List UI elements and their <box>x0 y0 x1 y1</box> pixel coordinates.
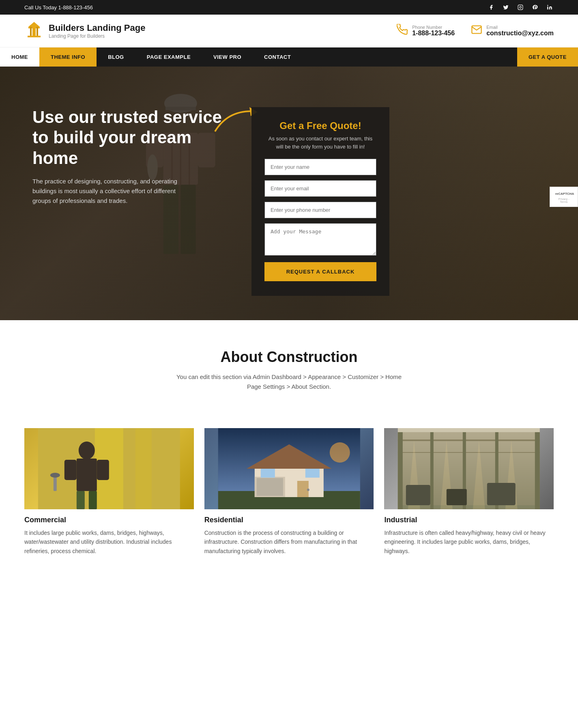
nav-item-get-quote[interactable]: GET A QUOTE <box>517 47 578 67</box>
header: Builders Landing Page Landing Page for B… <box>0 15 578 47</box>
hero-content: Use our trusted service to build your dr… <box>0 67 578 320</box>
service-card-commercial: Commercial It includes large public work… <box>24 428 194 556</box>
name-input[interactable] <box>264 159 376 175</box>
svg-rect-30 <box>97 460 109 480</box>
email-address: constructio@xyz.com <box>486 30 554 37</box>
top-bar-phone: Call Us Today 1-888-123-456 <box>24 4 93 11</box>
svg-rect-43 <box>305 469 320 478</box>
phone-contact: Phone Number 1-888-123-456 <box>397 24 455 38</box>
svg-rect-31 <box>54 477 57 491</box>
quote-form-title: Get a Free Quote! <box>264 120 376 131</box>
about-heading: About Construction <box>24 349 554 366</box>
hero-heading: Use our trusted service to build your dr… <box>32 107 235 168</box>
svg-point-32 <box>50 473 60 478</box>
nav-item-blog[interactable]: BLOG <box>97 47 135 67</box>
header-contacts: Phone Number 1-888-123-456 Email constru… <box>397 24 554 38</box>
service-desc-residential: Construction is the process of construct… <box>204 528 374 556</box>
service-title-residential: Residential <box>204 516 374 524</box>
svg-rect-6 <box>37 25 38 37</box>
nav-item-contact[interactable]: CONTACT <box>253 47 302 67</box>
email-label: Email <box>486 25 554 30</box>
nav-item-page-example[interactable]: PAGE EXAMPLE <box>135 47 202 67</box>
social-links <box>487 3 554 11</box>
svg-point-25 <box>79 442 95 459</box>
svg-point-41 <box>307 489 309 491</box>
facebook-icon[interactable] <box>487 3 495 11</box>
nav-item-home[interactable]: HOME <box>0 47 39 67</box>
top-bar: Call Us Today 1-888-123-456 <box>0 0 578 15</box>
main-nav: HOME THEME INFO BLOG PAGE EXAMPLE VIEW P… <box>0 47 578 67</box>
svg-rect-39 <box>257 478 283 496</box>
svg-rect-29 <box>64 460 77 480</box>
logo-title: Builders Landing Page <box>49 23 145 33</box>
quote-form-subtitle: As soon as you contact our expert team, … <box>264 135 376 151</box>
svg-rect-40 <box>297 481 309 497</box>
quote-form-container: Get a Free Quote! As soon as you contact… <box>251 107 389 296</box>
svg-rect-60 <box>487 483 516 505</box>
service-card-residential: Residential Construction is the process … <box>204 428 374 556</box>
twitter-icon[interactable] <box>502 3 510 11</box>
svg-rect-58 <box>406 485 430 505</box>
svg-point-44 <box>330 442 350 463</box>
about-section: About Construction You can edit this sec… <box>0 320 578 428</box>
phone-icon <box>397 24 408 38</box>
service-card-industrial: Industrial Infrastructure is often calle… <box>384 428 554 556</box>
phone-input[interactable] <box>264 202 376 218</box>
quote-form: REQUEST A CALLBACK <box>264 159 376 281</box>
svg-rect-8 <box>28 36 41 37</box>
email-contact: Email constructio@xyz.com <box>471 24 554 38</box>
service-desc-industrial: Infrastructure is often called heavy/hig… <box>384 528 554 556</box>
service-image-commercial <box>24 428 194 509</box>
email-input[interactable] <box>264 180 376 197</box>
phone-label: Phone Number <box>412 25 455 30</box>
message-input[interactable] <box>264 223 376 256</box>
nav-item-view-pro[interactable]: VIEW PRO <box>202 47 253 67</box>
svg-rect-53 <box>535 432 540 509</box>
svg-marker-7 <box>28 22 40 27</box>
logo-icon <box>24 21 44 41</box>
phone-info: Phone Number 1-888-123-456 <box>412 25 455 37</box>
request-callback-button[interactable]: REQUEST A CALLBACK <box>264 262 376 281</box>
nav-item-theme-info[interactable]: THEME INFO <box>39 47 97 67</box>
service-image-industrial <box>384 428 554 509</box>
svg-rect-28 <box>89 491 97 509</box>
svg-point-2 <box>547 5 548 6</box>
service-title-industrial: Industrial <box>384 516 554 524</box>
hero-description: The practice of designing, constructing,… <box>32 177 187 206</box>
recaptcha-badge: reCAPTCHA Privacy - Terms <box>550 187 578 207</box>
email-info: Email constructio@xyz.com <box>486 25 554 37</box>
service-image-residential <box>204 428 374 509</box>
svg-rect-5 <box>30 25 32 37</box>
svg-rect-0 <box>518 5 523 10</box>
service-title-commercial: Commercial <box>24 516 194 524</box>
svg-rect-49 <box>398 432 403 509</box>
svg-rect-50 <box>430 432 434 509</box>
svg-rect-24 <box>135 428 152 509</box>
recaptcha-subtext: Privacy - Terms <box>554 198 574 203</box>
linkedin-icon[interactable] <box>546 3 554 11</box>
logo-text: Builders Landing Page Landing Page for B… <box>49 23 145 39</box>
email-icon <box>471 24 482 38</box>
services-grid: Commercial It includes large public work… <box>0 428 578 580</box>
service-desc-commercial: It includes large public works, dams, br… <box>24 528 194 556</box>
pinterest-icon[interactable] <box>531 3 539 11</box>
hero-section: Use our trusted service to build your dr… <box>0 67 578 320</box>
logo-subtitle: Landing Page for Builders <box>49 33 145 39</box>
phone-number: 1-888-123-456 <box>412 30 455 37</box>
svg-rect-26 <box>77 459 97 491</box>
hero-text: Use our trusted service to build your dr… <box>32 91 235 206</box>
instagram-icon[interactable] <box>516 3 524 11</box>
svg-rect-27 <box>77 491 85 509</box>
svg-rect-42 <box>261 469 275 478</box>
svg-rect-59 <box>447 489 467 505</box>
recaptcha-text: reCAPTCHA <box>555 192 574 196</box>
about-description: You can edit this section via Admin Dash… <box>176 372 403 392</box>
logo-area[interactable]: Builders Landing Page Landing Page for B… <box>24 21 145 41</box>
